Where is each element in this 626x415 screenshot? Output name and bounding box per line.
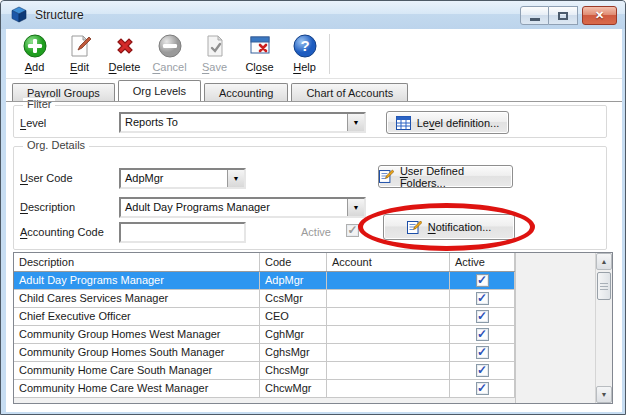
tab-accounting[interactable]: Accounting [204,83,288,101]
cell-code: CEO [260,308,327,325]
edit-button[interactable]: Edit [57,32,102,73]
cancel-icon [157,33,183,59]
table-row[interactable]: Adult Day Programs ManagerAdpMgr✓ [14,272,515,290]
cell-active: ✓ [450,272,515,289]
titlebar[interactable]: Structure ✕ [1,1,625,29]
cell-code: AdpMgr [260,272,327,289]
edit-note-icon [379,169,394,184]
cell-description: Community Home Care West Manager [14,380,260,397]
close-window-icon [247,33,273,59]
column-header-code[interactable]: Code [260,253,327,271]
edit-icon [67,33,93,59]
cell-code: ChcwMgr [260,380,327,397]
grid-header: Description Code Account Active [14,253,515,272]
edit-note-icon [407,220,422,235]
cell-account [327,362,450,379]
check-icon: ✓ [477,311,487,321]
cell-account [327,308,450,325]
cell-active: ✓ [450,344,515,361]
grid-columns: Description Code Account Active Adult Da… [14,253,515,403]
close-button[interactable]: Close [237,32,282,73]
row-active-checkbox[interactable]: ✓ [476,364,489,377]
maximize-button[interactable] [549,6,578,25]
check-icon: ✓ [477,329,487,339]
description-combobox[interactable]: Adult Day Programs Manager ▼ [119,197,366,218]
user-code-combobox-value: AdpMgr [121,170,227,187]
check-icon: ✓ [347,225,357,235]
cell-description: Child Cares Services Manager [14,290,260,307]
delete-icon [112,33,138,59]
notification-button[interactable]: Notification... [383,214,515,240]
cell-account [327,380,450,397]
table-row[interactable]: Child Cares Services ManagerCcsMgr✓ [14,290,515,308]
grid-bottom-filler [14,398,515,403]
close-button-label: Close [245,61,273,73]
org-levels-grid-body: Adult Day Programs ManagerAdpMgr✓Child C… [14,272,515,398]
table-row[interactable]: Community Home Care West ManagerChcwMgr✓ [14,380,515,398]
table-grid-icon [396,116,411,130]
row-active-checkbox[interactable]: ✓ [476,328,489,341]
chevron-down-icon[interactable]: ▼ [227,170,244,187]
app-cube-icon [10,6,28,24]
column-header-account[interactable]: Account [327,253,450,271]
cell-code: CghMgr [260,326,327,343]
tab-chart-of-accounts[interactable]: Chart of Accounts [291,83,408,101]
close-window-button[interactable]: ✕ [582,6,617,25]
row-active-checkbox[interactable]: ✓ [476,346,489,359]
chevron-down-icon[interactable]: ▼ [347,114,364,131]
add-button[interactable]: Add [12,32,57,73]
level-combobox[interactable]: Reports To ▼ [119,112,366,133]
table-row[interactable]: Chief Executive OfficerCEO✓ [14,308,515,326]
table-row[interactable]: Community Group Homes West ManagerCghMgr… [14,326,515,344]
active-label: Active [301,226,331,238]
org-levels-grid: Description Code Account Active Adult Da… [13,252,613,404]
save-button: Save [192,32,237,73]
row-active-checkbox[interactable]: ✓ [476,382,489,395]
scrollbar-track[interactable] [596,270,612,386]
row-active-checkbox[interactable]: ✓ [476,274,489,287]
user-code-label: User Code [20,172,73,184]
level-label: Level [20,117,46,129]
user-code-combobox[interactable]: AdpMgr ▼ [119,168,246,189]
row-active-checkbox[interactable]: ✓ [476,292,489,305]
cell-description: Adult Day Programs Manager [14,272,260,289]
minimize-button[interactable] [520,6,549,25]
cell-account [327,290,450,307]
filter-groupbox-legend: Filter [23,98,55,110]
tab-org-levels[interactable]: Org Levels [118,80,201,101]
org-details-groupbox-legend: Org. Details [23,139,89,151]
cell-description: Chief Executive Officer [14,308,260,325]
table-row[interactable]: Community Group Homes South ManagerCghsM… [14,344,515,362]
vertical-scrollbar[interactable]: ▲ ▼ [595,253,612,403]
check-icon: ✓ [477,293,487,303]
cell-active: ✓ [450,290,515,307]
delete-button[interactable]: Delete [102,32,147,73]
structure-window: Structure ✕ Add [0,0,626,415]
user-defined-folders-button[interactable]: User Defined Folders... [378,165,513,188]
toolbar: Add Edit Delete [6,29,622,79]
cancel-button-label: Cancel [152,61,186,73]
save-icon [202,33,228,59]
check-icon: ✓ [477,383,487,393]
column-header-active[interactable]: Active [450,253,515,271]
window-title: Structure [35,8,84,22]
scrollbar-grip [600,283,608,290]
cell-active: ✓ [450,326,515,343]
accounting-code-input[interactable] [119,222,246,243]
level-definition-button[interactable]: Level definition... [386,111,509,134]
column-header-description[interactable]: Description [14,253,260,271]
notification-button-label: Notification... [428,221,492,233]
cell-description: Community Group Homes South Manager [14,344,260,361]
close-icon: ✕ [595,9,604,22]
scroll-up-icon[interactable]: ▲ [596,253,612,270]
table-row[interactable]: Community Home Care South ManagerChcsMgr… [14,362,515,380]
chevron-down-icon[interactable]: ▼ [347,199,364,216]
level-combobox-value: Reports To [121,114,347,131]
scroll-down-icon[interactable]: ▼ [596,386,612,403]
help-button[interactable]: ? Help [282,32,327,73]
scrollbar-thumb[interactable] [597,272,611,300]
help-button-label: Help [293,61,316,73]
cell-active: ✓ [450,308,515,325]
cell-code: CcsMgr [260,290,327,307]
row-active-checkbox[interactable]: ✓ [476,310,489,323]
